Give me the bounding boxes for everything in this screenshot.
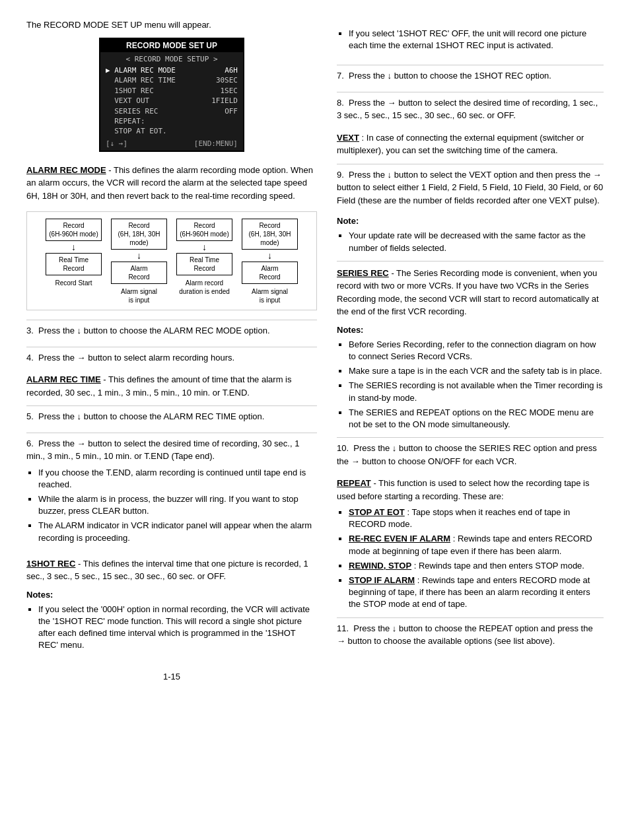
menu-row-label: ▶ ALARM REC MODE	[106, 65, 176, 75]
bullet-buzzer: While the alarm is in process, the buzze…	[38, 493, 317, 517]
menu-inner: < RECORD MODE SETUP > ▶ ALARM REC MODE A…	[100, 52, 243, 151]
1shot-rec-term: 1SHOT REC	[26, 559, 75, 569]
series-rec-text: SERIES REC - The Series Recording mode i…	[337, 267, 604, 318]
notes-series-title: Notes:	[337, 325, 604, 335]
step-4-num: 4.	[26, 353, 36, 363]
step-6-bullets: If you choose the T.END, alarm recording…	[38, 467, 317, 544]
step-11-num: 11.	[337, 623, 351, 633]
alarm-rec-time-text: ALARM REC TIME - This defines the amount…	[26, 373, 317, 399]
menu-row-value: 30SEC	[216, 75, 238, 85]
note-000h: If you select the '000H' option in norma…	[38, 604, 317, 652]
note-series-1: Before Series Recording, refer to the co…	[349, 339, 604, 363]
step-11: 11. Press the ↓ button to choose the REP…	[337, 617, 604, 652]
diag-col-3: Record(6H-960H mode) ↓ Real TimeRecord A…	[173, 219, 236, 304]
notes-1shot-list: If you select the '000H' option in norma…	[38, 604, 317, 652]
notes-series-list: Before Series Recording, refer to the co…	[349, 339, 604, 431]
step-7-num: 7.	[337, 71, 346, 81]
diag-top-box-4: Record(6H, 18H, 30Hmode)	[242, 219, 298, 250]
step-5-num: 5.	[26, 411, 36, 421]
step-4: 4. Press the → button to select alarm re…	[26, 347, 317, 368]
left-column: The RECORD MODE SET UP menu will appear.…	[26, 20, 317, 682]
menu-footer-right: [END:MENU]	[194, 139, 238, 148]
menu-row-value: A6H	[225, 65, 238, 75]
menu-row: 1SHOT REC 1SEC	[106, 86, 238, 96]
diag-top-box-1: Record(6H-960H mode)	[46, 219, 102, 241]
menu-row-label: VEXT OUT	[106, 96, 149, 106]
repeat-item-re-rec: RE-REC EVEN IF ALARM : Rewinds tape and …	[349, 533, 604, 557]
step-10-num: 10.	[337, 443, 351, 453]
step-9-text: Press the ↓ button to select the VEXT op…	[337, 170, 603, 205]
step-5-text: Press the ↓ button to choose the ALARM R…	[38, 411, 264, 421]
right-column: If you select '1SHOT REC' OFF, the unit …	[337, 20, 604, 682]
step-7-text: Press the ↓ button to choose the 1SHOT R…	[349, 71, 551, 81]
menu-row-label: REPEAT:	[106, 116, 145, 126]
repeat-items-list: STOP AT EOT : Tape stops when it reaches…	[349, 507, 604, 611]
step-8: 8. Press the → button to select the desi…	[337, 92, 604, 126]
notes-1shot-title: Notes:	[26, 590, 317, 600]
note-1shot-item2: If you select '1SHOT REC' OFF, the unit …	[337, 20, 604, 59]
step-6-text: 6. Press the → button to select the desi…	[26, 437, 317, 463]
repeat-item-rewind-stop: REWIND, STOP : Rewinds tape and then ent…	[349, 560, 604, 572]
repeat-item-stop-if-alarm: STOP IF ALARM : Rewinds tape and enters …	[349, 575, 604, 611]
step-6-body: Press the → button to select the desired…	[26, 438, 299, 462]
step-8-text: Press the → button to select the desired…	[337, 98, 598, 121]
menu-title: RECORD MODE SET UP	[100, 39, 243, 52]
step-6: 6. Press the → button to select the desi…	[26, 433, 317, 552]
diag-col-1: Record(6H-960H mode) ↓ Real TimeRecord R…	[42, 219, 105, 304]
diagram-boxes: Record(6H-960H mode) ↓ Real TimeRecord R…	[30, 219, 313, 304]
vext-section: VEXT : In case of connecting the externa…	[337, 131, 604, 157]
series-rec-section: SERIES REC - The Series Recording mode i…	[337, 267, 604, 318]
diag-arrow-1: ↓	[71, 242, 76, 252]
diag-sub-box-3: Real TimeRecord	[176, 253, 232, 275]
repeat-item-rewind-stop-body: : Rewinds tape and then enters STOP mode…	[414, 561, 584, 571]
repeat-item-stop-if-alarm-term: STOP IF ALARM	[349, 575, 415, 585]
menu-row: ALARM REC TIME 30SEC	[106, 75, 238, 85]
menu-header: < RECORD MODE SETUP >	[106, 55, 238, 63]
repeat-item-rewind-stop-term: REWIND, STOP	[349, 561, 411, 571]
menu-row: SERIES REC OFF	[106, 106, 238, 116]
note-vext-item: Your update rate will be decreased with …	[349, 230, 604, 254]
diag-arrow-2: ↓	[137, 251, 141, 260]
menu-row: REPEAT:	[106, 116, 238, 126]
menu-row: ▶ ALARM REC MODE A6H	[106, 65, 238, 75]
repeat-item-re-rec-term: RE-REC EVEN IF ALARM	[349, 534, 450, 543]
step-9: 9. Press the ↓ button to select the VEXT…	[337, 164, 604, 211]
menu-row-value: 1FIELD	[211, 96, 238, 106]
alarm-rec-mode-term: ALARM REC MODE	[26, 165, 106, 175]
step-5: 5. Press the ↓ button to choose the ALAR…	[26, 405, 317, 427]
diag-arrow-4: ↓	[267, 251, 272, 260]
vext-term: VEXT	[337, 133, 359, 143]
menu-row-label: 1SHOT REC	[106, 86, 154, 96]
menu-row-label: ALARM REC TIME	[106, 75, 176, 85]
diag-sub-box-1: Real TimeRecord	[46, 253, 102, 275]
alarm-rec-time-section: ALARM REC TIME - This defines the amount…	[26, 373, 317, 399]
divider-1	[337, 261, 604, 262]
vext-body: : In case of connecting the external equ…	[337, 133, 584, 156]
alarm-rec-mode-text: ALARM REC MODE - This defines the alarm …	[26, 164, 317, 203]
menu-row-label: STOP AT EOT.	[106, 126, 167, 136]
step-3-text: Press the ↓ button to choose the ALARM R…	[38, 326, 269, 335]
diag-label-4: Alarm signalis input	[252, 287, 288, 304]
repeat-intro: REPEAT - This function is used to select…	[337, 477, 604, 503]
menu-footer: [↓ →] [END:MENU]	[106, 139, 238, 148]
menu-row-label: SERIES REC	[106, 106, 158, 116]
note-1shot-off: If you select '1SHOT REC' OFF, the unit …	[349, 28, 604, 52]
note-1shot-item2-list: If you select '1SHOT REC' OFF, the unit …	[349, 28, 604, 52]
note-series-3: The SERIES recording is not available wh…	[349, 380, 604, 403]
note-series-4: The SERIES and REPEAT options on the REC…	[349, 407, 604, 431]
page-number: 1-15	[26, 672, 317, 682]
series-rec-term: SERIES REC	[337, 268, 389, 278]
bullet-tend: If you choose the T.END, alarm recording…	[38, 467, 317, 491]
notes-series: Notes: Before Series Recording, refer to…	[337, 325, 604, 431]
menu-row-value: 1SEC	[221, 86, 238, 96]
diag-top-box-3: Record(6H-960H mode)	[176, 219, 232, 241]
step-3: 3. Press the ↓ button to choose the ALAR…	[26, 320, 317, 341]
repeat-item-stop-at-eot: STOP AT EOT : Tape stops when it reaches…	[349, 507, 604, 530]
step-9-num: 9.	[337, 170, 346, 180]
menu-row: VEXT OUT 1FIELD	[106, 96, 238, 106]
note-series-2: Make sure a tape is in the each VCR and …	[349, 365, 604, 377]
menu-row: STOP AT EOT.	[106, 126, 238, 136]
alarm-rec-time-term: ALARM REC TIME	[26, 374, 101, 384]
bullet-alarm-indicator: The ALARM indicator in VCR indicator pan…	[38, 520, 317, 543]
repeat-section: REPEAT - This function is used to select…	[337, 477, 604, 611]
